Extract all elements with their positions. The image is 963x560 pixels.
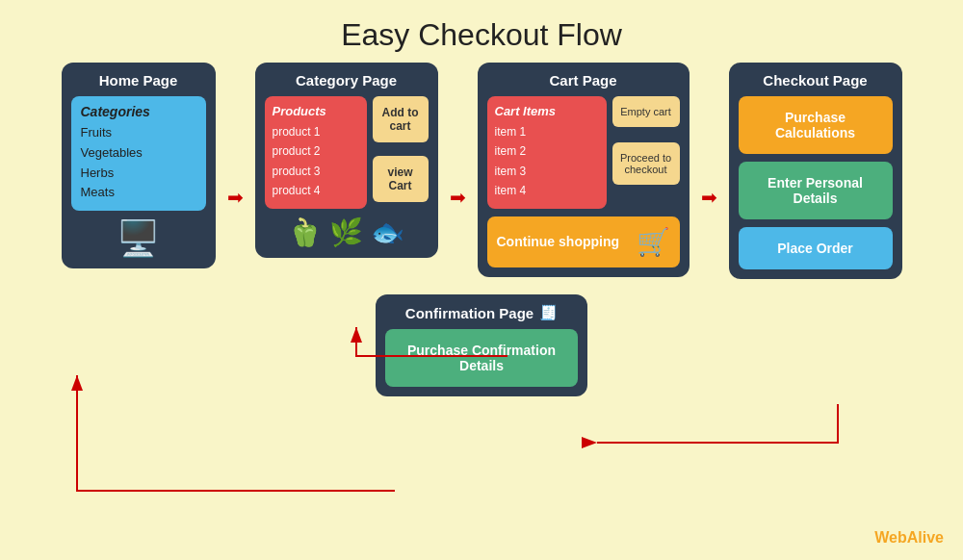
add-to-cart-button[interactable]: Add to cart [373,96,429,142]
continue-shopping-block[interactable]: Continue shopping 🛒 [487,216,680,267]
page-title: Easy Checkout Flow [0,0,963,53]
continue-shopping-text: Continue shopping [497,234,620,249]
herb-icon: 🌿 [329,216,363,248]
enter-personal-details-button[interactable]: Enter Personal Details [739,162,893,219]
flow-container: Home Page Categories FruitsVegetablesHer… [0,63,963,279]
category-page-title: Category Page [265,72,429,89]
fish-icon: 🐟 [371,216,404,248]
confirmation-page-box: Confirmation Page 🧾 Purchase Confirmatio… [376,294,587,396]
category-page-box: Category Page Products product 1product … [255,63,438,258]
arrow-cart-to-checkout: ➡ [701,186,717,209]
home-page-title: Home Page [71,72,206,89]
computer-icon: 🖥️ [71,218,206,259]
home-page-box: Home Page Categories FruitsVegetablesHer… [62,63,216,268]
receipt-icon: 🧾 [539,304,558,321]
checkout-page-box: Checkout Page Purchase Calculations Ente… [729,63,902,279]
confirmation-section: Confirmation Page 🧾 Purchase Confirmatio… [0,294,963,396]
cart-items-block: Cart Items item 1item 2item 3item 4 [487,96,607,209]
cart-items-title: Cart Items [495,104,599,118]
purchase-calculations-button[interactable]: Purchase Calculations [739,96,893,154]
categories-block: Categories FruitsVegetablesHerbsMeats [71,96,206,211]
confirmation-details-block: Purchase Confirmation Details [385,329,578,387]
cart-buttons: Empty cart Proceed to checkout [612,96,680,209]
proceed-to-checkout-button[interactable]: Proceed to checkout [612,142,680,185]
category-buttons: Add to cart view Cart [373,96,429,209]
alive-text: Alive [907,529,944,546]
pepper-icon: 🫑 [288,216,322,248]
checkout-page-title: Checkout Page [739,72,893,89]
cart-page-title: Cart Page [487,72,680,89]
cart-page-box: Cart Page Cart Items item 1item 2item 3i… [478,63,690,277]
category-inner: Products product 1product 2product 3prod… [265,96,429,209]
categories-title: Categories [81,104,196,119]
web-text: Web [874,529,906,546]
place-order-button[interactable]: Place Order [739,227,893,269]
confirmation-page-title: Confirmation Page 🧾 [385,304,578,321]
cart-items-list: item 1item 2item 3item 4 [495,122,599,201]
view-cart-button[interactable]: view Cart [373,156,429,202]
products-block: Products product 1product 2product 3prod… [265,96,367,209]
products-list: product 1product 2product 3product 4 [273,122,359,201]
shopping-cart-icon: 🛒 [637,226,670,258]
product-icons-row: 🫑 🌿 🐟 [265,216,429,248]
empty-cart-button[interactable]: Empty cart [612,96,680,127]
arrow-category-to-cart: ➡ [450,186,466,209]
cart-inner: Cart Items item 1item 2item 3item 4 Empt… [487,96,680,209]
webalive-branding: WebAlive [874,529,944,547]
products-title: Products [273,104,359,118]
arrow-home-to-category: ➡ [227,186,244,209]
categories-list: FruitsVegetablesHerbsMeats [81,123,196,203]
